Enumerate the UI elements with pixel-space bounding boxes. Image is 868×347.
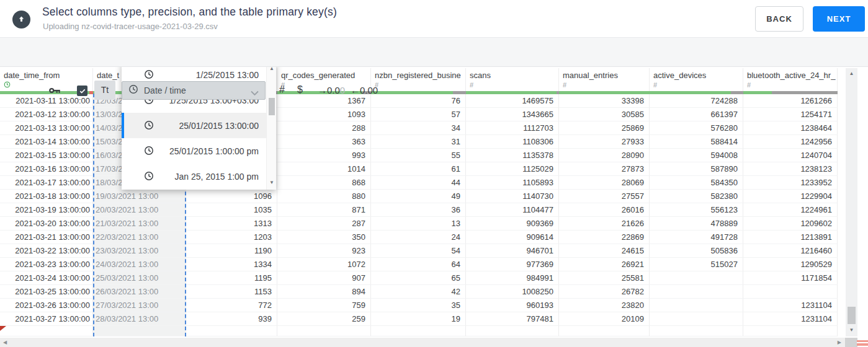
table-cell[interactable]: 1261266 (743, 94, 838, 108)
table-cell[interactable]: 27/03/2021 13:00 (93, 299, 186, 312)
table-cell[interactable]: 661397 (650, 108, 743, 121)
table-cell[interactable]: 1313 (186, 217, 277, 231)
table-cell[interactable]: 55 (371, 149, 466, 162)
text-type-button[interactable]: Tt (94, 81, 115, 100)
table-cell[interactable]: 35 (371, 299, 466, 312)
table-cell[interactable]: 13 (371, 217, 466, 231)
table-cell[interactable]: 582380 (650, 190, 743, 203)
number-type-button[interactable]: # (279, 84, 285, 95)
table-cell[interactable]: 1469575 (466, 94, 559, 108)
table-cell[interactable]: 26921 (559, 258, 650, 271)
currency-type-button[interactable]: $ (297, 84, 303, 95)
table-cell[interactable]: 44 (371, 176, 466, 190)
column-header-nzbn_registered_busine[interactable]: nzbn_registered_busine# (371, 68, 466, 91)
table-cell[interactable]: 946701 (466, 244, 559, 258)
table-cell[interactable]: 1238464 (743, 121, 838, 135)
table-cell[interactable]: 25869 (559, 121, 650, 135)
table-cell[interactable]: 1203 (186, 231, 277, 244)
table-cell[interactable]: 1108306 (466, 135, 559, 149)
decrease-decimal-button[interactable]: ←0.00 (351, 85, 378, 95)
table-cell[interactable]: 25/03/2021 13:00 (93, 271, 186, 285)
dropdown-scrollbar-thumb[interactable] (269, 98, 275, 115)
table-cell[interactable]: 1035 (186, 203, 277, 217)
table-cell[interactable]: 939 (186, 312, 277, 326)
table-cell[interactable]: 984991 (466, 271, 559, 285)
table-cell[interactable]: 1343665 (466, 108, 559, 121)
table-cell[interactable]: 287 (277, 217, 371, 231)
column-header-manual_entries[interactable]: manual_entries# (559, 68, 650, 91)
table-cell[interactable]: 576280 (650, 121, 743, 135)
scroll-down-icon[interactable]: ▼ (267, 180, 277, 185)
table-cell[interactable]: 42 (371, 285, 466, 299)
table-cell[interactable]: 909369 (466, 217, 559, 231)
table-cell[interactable]: 1093 (277, 108, 371, 121)
table-cell[interactable]: 759 (277, 299, 371, 312)
table-cell[interactable]: 894 (277, 285, 371, 299)
table-cell[interactable]: 1008250 (466, 285, 559, 299)
table-cell[interactable]: 977369 (466, 258, 559, 271)
column-header-scans[interactable]: scans# (466, 68, 559, 91)
table-cell[interactable]: 491728 (650, 231, 743, 244)
table-cell[interactable]: 19/03/2021 13:00 (93, 190, 186, 203)
table-cell[interactable]: 1072 (277, 258, 371, 271)
table-cell[interactable]: 27933 (559, 135, 650, 149)
table-cell[interactable]: 960193 (466, 299, 559, 312)
table-cell[interactable]: 64 (371, 258, 466, 271)
table-cell[interactable]: 61 (371, 162, 466, 176)
table-cell[interactable]: 505836 (650, 244, 743, 258)
dropdown-option[interactable]: 25/01/2015 13:00:00 (122, 113, 266, 138)
table-cell[interactable]: 1231104 (743, 312, 838, 326)
table-cell[interactable]: 1334 (186, 258, 277, 271)
table-cell[interactable]: 868 (277, 176, 371, 190)
table-cell[interactable]: 515027 (650, 258, 743, 271)
table-cell[interactable] (650, 271, 743, 285)
table-cell[interactable]: 2021-03-19 13:00:00 (0, 203, 93, 217)
table-cell[interactable]: 923 (277, 244, 371, 258)
table-cell[interactable]: 1190 (186, 244, 277, 258)
table-cell[interactable]: 797481 (466, 312, 559, 326)
table-cell[interactable]: 28069 (559, 176, 650, 190)
table-cell[interactable]: 1213891 (743, 231, 838, 244)
column-type-select[interactable]: Date / time (122, 81, 266, 100)
table-cell[interactable]: 23820 (559, 299, 650, 312)
table-cell[interactable]: 36 (371, 203, 466, 217)
table-cell[interactable]: 30585 (559, 108, 650, 121)
table-cell[interactable]: 1242956 (743, 135, 838, 149)
table-cell[interactable]: 2021-03-27 13:00:00 (0, 312, 93, 326)
table-cell[interactable]: 1216460 (743, 244, 838, 258)
table-cell[interactable]: 2021-03-18 13:00:00 (0, 190, 93, 203)
table-cell[interactable]: 2021-03-26 13:00:00 (0, 299, 93, 312)
table-cell[interactable]: 2021-03-20 13:00:00 (0, 217, 93, 231)
table-cell[interactable]: 288 (277, 121, 371, 135)
table-cell[interactable]: 724288 (650, 94, 743, 108)
table-cell[interactable]: 2021-03-11 13:00:00 (0, 94, 93, 108)
table-cell[interactable]: 25581 (559, 271, 650, 285)
table-cell[interactable]: 1195 (186, 271, 277, 285)
primary-key-icon[interactable] (48, 85, 61, 99)
table-cell[interactable] (650, 312, 743, 326)
table-cell[interactable]: 54 (371, 244, 466, 258)
table-cell[interactable]: 2021-03-15 13:00:00 (0, 149, 93, 162)
table-cell[interactable]: 26016 (559, 203, 650, 217)
dropdown-scrollbar[interactable]: ▲ ▼ (266, 62, 276, 190)
table-cell[interactable]: 19 (371, 312, 466, 326)
scroll-up-icon[interactable]: ▲ (846, 71, 857, 76)
table-cell[interactable] (650, 299, 743, 312)
table-cell[interactable]: 1238123 (743, 162, 838, 176)
table-cell[interactable]: 21/03/2021 13:00 (93, 217, 186, 231)
table-cell[interactable]: 1240704 (743, 149, 838, 162)
scroll-left-icon[interactable]: ◀ (3, 340, 7, 345)
table-cell[interactable]: 1224961 (743, 203, 838, 217)
table-cell[interactable]: 1153 (186, 285, 277, 299)
column-header-bluetooth_active_24_hr_[interactable]: bluetooth_active_24_hr_# (743, 68, 838, 91)
back-button[interactable]: BACK (755, 6, 803, 32)
table-cell[interactable]: 259 (277, 312, 371, 326)
table-cell[interactable]: 2021-03-17 13:00:00 (0, 176, 93, 190)
table-cell[interactable]: 2021-03-23 13:00:00 (0, 258, 93, 271)
table-cell[interactable]: 33398 (559, 94, 650, 108)
vertical-scrollbar[interactable]: ▲ ▼ (846, 68, 857, 336)
table-cell[interactable]: 2021-03-16 13:00:00 (0, 162, 93, 176)
table-cell[interactable]: 350 (277, 231, 371, 244)
next-button[interactable]: NEXT (813, 6, 865, 32)
table-cell[interactable]: 1254171 (743, 108, 838, 121)
